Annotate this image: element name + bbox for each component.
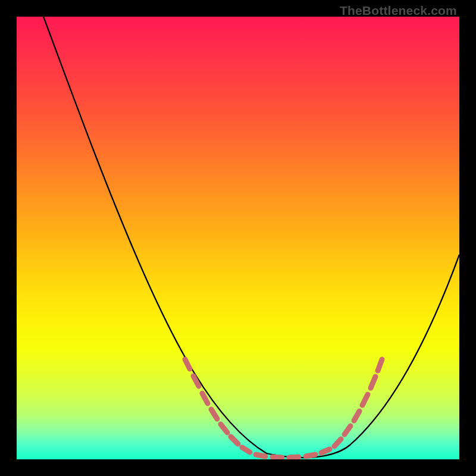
svg-line-0 — [185, 359, 190, 369]
svg-line-3 — [211, 409, 217, 419]
svg-line-8 — [273, 457, 282, 458]
svg-line-16 — [371, 377, 375, 388]
chart-plot-area — [17, 17, 459, 459]
svg-line-10 — [306, 455, 315, 456]
svg-line-5 — [231, 437, 238, 444]
svg-line-9 — [289, 457, 299, 458]
chart-frame: TheBottleneck.com — [0, 0, 476, 476]
watermark-text: TheBottleneck.com — [340, 4, 457, 18]
bottleneck-curve-svg — [17, 17, 459, 459]
svg-line-6 — [242, 447, 250, 452]
svg-line-2 — [202, 393, 208, 403]
svg-line-7 — [256, 455, 265, 456]
svg-line-17 — [378, 359, 382, 371]
svg-line-12 — [334, 439, 341, 446]
svg-line-1 — [193, 376, 199, 386]
svg-line-11 — [321, 449, 330, 453]
svg-line-13 — [345, 426, 350, 434]
curve-path — [43, 17, 459, 458]
svg-line-4 — [221, 424, 227, 433]
svg-line-15 — [362, 394, 368, 405]
svg-line-14 — [354, 411, 359, 421]
